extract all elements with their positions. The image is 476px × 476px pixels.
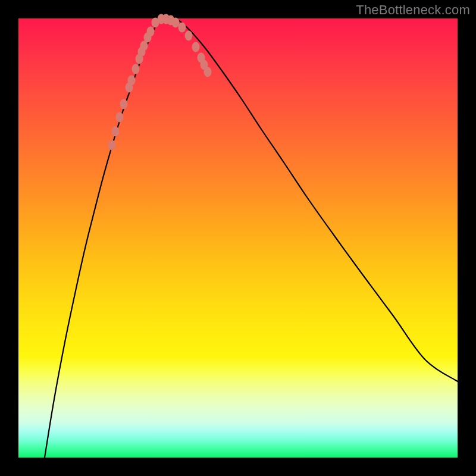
- bead: [172, 18, 180, 28]
- bead: [185, 31, 193, 41]
- watermark-text: TheBottleneck.com: [356, 2, 470, 18]
- bead: [112, 127, 120, 137]
- bead: [116, 112, 124, 123]
- bead: [192, 42, 200, 52]
- bead: [108, 140, 116, 151]
- curve-beads: [108, 14, 212, 151]
- chart-svg: [18, 18, 458, 458]
- chart-frame: TheBottleneck.com: [0, 0, 476, 476]
- bead: [132, 64, 140, 74]
- bead: [204, 67, 212, 77]
- bottleneck-curve: [45, 18, 458, 458]
- bead: [120, 99, 128, 109]
- bead: [128, 76, 136, 86]
- bead: [147, 27, 155, 37]
- bead: [178, 23, 186, 33]
